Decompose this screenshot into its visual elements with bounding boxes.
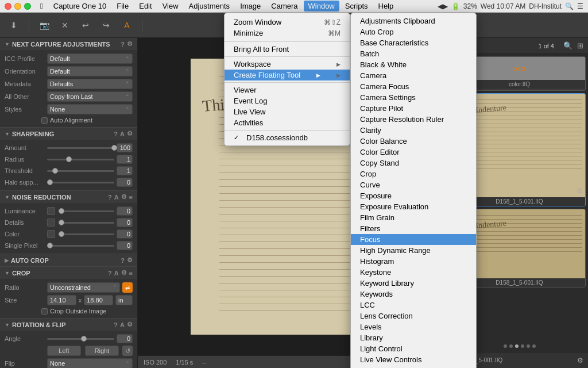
thumb-single-pixel[interactable] <box>47 243 53 248</box>
flip-cycle-button[interactable]: ↺ <box>122 346 133 356</box>
track-radius[interactable] <box>47 159 114 160</box>
submenu-film-grain[interactable]: Film Grain <box>351 212 476 223</box>
menu-file[interactable]: File <box>112 1 133 12</box>
submenu-lcc[interactable]: LCC <box>351 300 476 310</box>
value-size-width[interactable]: 14.10 <box>47 295 76 305</box>
flip-left-button[interactable]: Left <box>47 346 81 356</box>
search-panel-icon[interactable]: 🔍 <box>563 41 572 50</box>
menu-activities[interactable]: Activities <box>225 117 350 128</box>
color-checkbox[interactable] <box>47 230 55 238</box>
thumb-angle[interactable] <box>81 336 87 342</box>
menu-bring-all[interactable]: Bring All to Front <box>225 44 350 55</box>
value-luminance[interactable]: 0 <box>117 206 133 216</box>
menu-apple[interactable]:  <box>36 1 48 12</box>
value-color[interactable]: 0 <box>117 229 133 239</box>
traffic-lights[interactable] <box>5 3 31 10</box>
submenu-levels[interactable]: Levels <box>351 321 476 332</box>
dot-2[interactable] <box>509 344 513 348</box>
value-size-unit[interactable]: in <box>115 295 133 305</box>
value-single-pixel[interactable]: 0 <box>117 241 133 250</box>
thumb-halo[interactable] <box>47 179 53 185</box>
undo-button[interactable]: ↩ <box>78 17 94 33</box>
menu-viewer[interactable]: Viewer <box>225 85 350 95</box>
menu-workspace[interactable]: Workspace <box>225 59 350 70</box>
value-radius[interactable]: 1 <box>117 155 133 164</box>
luminance-checkbox[interactable] <box>47 207 55 215</box>
dot-4[interactable] <box>521 344 524 348</box>
checkbox-auto-alignment-box[interactable] <box>41 117 48 124</box>
thumb-color[interactable] <box>59 231 64 237</box>
flip-right-button[interactable]: Right <box>85 346 119 356</box>
submenu-color-editor[interactable]: Color Editor <box>351 147 476 158</box>
submenu-capture-pilot[interactable]: Capture Pilot <box>351 103 476 114</box>
submenu-clarity[interactable]: Clarity <box>351 125 476 136</box>
menu-icon[interactable]: ☰ <box>577 2 583 10</box>
submenu-black-white[interactable]: Black & White <box>351 59 476 70</box>
track-threshold[interactable] <box>47 170 114 172</box>
submenu-high-dynamic-range[interactable]: High Dynamic Range <box>351 245 476 256</box>
track-halo[interactable] <box>47 182 114 183</box>
submenu-live-view-controls[interactable]: Live View Controls <box>351 354 476 365</box>
value-amount[interactable]: 100 <box>117 143 133 152</box>
track-luminance[interactable] <box>59 210 114 212</box>
menu-scripts[interactable]: Scripts <box>341 1 373 12</box>
menu-camera[interactable]: Camera <box>266 1 302 12</box>
submenu-live-view-focus-meter[interactable]: Live View Focus Meter <box>351 365 476 368</box>
menu-edit[interactable]: Edit <box>134 1 156 12</box>
submenu-camera[interactable]: Camera <box>351 70 476 81</box>
menu-live-view[interactable]: Live View <box>225 106 350 117</box>
submenu-library[interactable]: Library <box>351 332 476 343</box>
submenu-keyword-library[interactable]: Keyword Library <box>351 278 476 289</box>
menu-view[interactable]: View <box>158 1 183 12</box>
grid-icon[interactable]: ⊞ <box>577 41 583 50</box>
track-angle[interactable] <box>47 338 114 340</box>
crop-lock-button[interactable]: ⇌ <box>122 282 133 293</box>
thumb-details[interactable] <box>59 220 64 225</box>
submenu-keywords[interactable]: Keywords <box>351 289 476 300</box>
menu-zoom-window[interactable]: Zoom Window ⌘⇧Z <box>225 17 350 28</box>
value-details[interactable]: 0 <box>117 218 133 227</box>
menu-capture[interactable]: Capture One 10 <box>49 1 111 12</box>
submenu-keystone[interactable]: Keystone <box>351 267 476 278</box>
dot-3[interactable] <box>515 344 519 348</box>
section-header-sharpening[interactable]: ▼ SHARPENING ? A ⚙ <box>0 128 137 140</box>
menu-image[interactable]: Image <box>235 1 265 12</box>
capture-button[interactable]: 📷 <box>36 17 52 33</box>
stop-capture-button[interactable]: ✕ <box>57 17 73 33</box>
submenu-color-balance[interactable]: Color Balance <box>351 136 476 147</box>
submenu-histogram[interactable]: Histogram <box>351 256 476 267</box>
menu-minimize[interactable]: Minimize ⌘M <box>225 28 350 39</box>
value-styles[interactable]: None⌃ <box>47 104 133 114</box>
submenu-curve[interactable]: Curve <box>351 179 476 190</box>
search-icon[interactable]: 🔍 <box>565 2 574 10</box>
value-orientation[interactable]: Default⌃ <box>47 66 133 76</box>
menu-event-log[interactable]: Event Log <box>225 95 350 106</box>
section-header-auto-crop[interactable]: ▶ AUTO CROP ? ⚙ <box>0 254 137 266</box>
dot-1[interactable] <box>504 344 507 348</box>
submenu-copy-stand[interactable]: Copy Stand <box>351 158 476 168</box>
dot-6[interactable] <box>532 344 536 348</box>
checkbox-auto-alignment[interactable]: Auto Alignment <box>0 116 137 125</box>
menu-session[interactable]: ✓ D158.cosessiondb <box>225 132 350 143</box>
checkbox-crop-outside[interactable]: Crop Outside Image <box>0 306 137 316</box>
value-icc-profile[interactable]: Default⌃ <box>47 53 133 64</box>
submenu-auto-crop[interactable]: Auto Crop <box>351 26 476 37</box>
track-color[interactable] <box>59 233 114 235</box>
thumb-luminance[interactable] <box>59 208 64 214</box>
submenu-capture-resolution-ruler[interactable]: Capture Resolution Ruler <box>351 114 476 125</box>
menu-help[interactable]: Help <box>374 1 399 12</box>
dot-5[interactable] <box>527 344 530 348</box>
submenu-adjustments-clipboard[interactable]: Adjustments Clipboard <box>351 16 476 26</box>
submenu-base-characteristics[interactable]: Base Characteristics <box>351 37 476 48</box>
submenu-light-control[interactable]: Light Control <box>351 343 476 354</box>
track-amount[interactable] <box>47 147 114 149</box>
submenu-filters[interactable]: Filters <box>351 223 476 234</box>
menu-create-floating[interactable]: Create Floating Tool ▶ <box>225 70 350 80</box>
thumb-radius[interactable] <box>66 156 72 162</box>
section-header-rotation[interactable]: ▼ ROTATION & FLIP ? A ⚙ <box>0 319 137 331</box>
submenu-camera-focus[interactable]: Camera Focus <box>351 81 476 92</box>
text-button[interactable]: A <box>119 17 135 33</box>
redo-button[interactable]: ↪ <box>98 17 114 33</box>
section-header-next-capture[interactable]: ▼ NEXT CAPTURE ADJUSTMENTS ? ⚙ <box>0 38 137 50</box>
thumb-gear-icon[interactable]: ⚙ <box>577 187 583 195</box>
